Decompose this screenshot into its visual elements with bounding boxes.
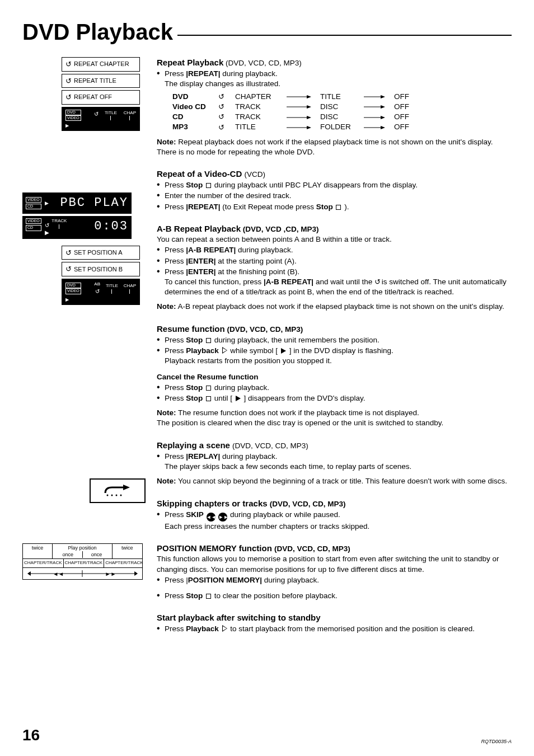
repeat-title-label: REPEAT TITLE bbox=[74, 77, 116, 85]
bullet: Press Stop to clear the position before … bbox=[165, 591, 512, 601]
set-pos-a-label: SET POSITION A bbox=[74, 248, 123, 257]
section-position-memory: POSITION MEMORY function (DVD, VCD, CD, … bbox=[157, 543, 512, 601]
page-number: 16 bbox=[22, 725, 40, 746]
repeat-icon: ↺ bbox=[218, 92, 235, 102]
repeat-icon: ↺ bbox=[65, 59, 71, 69]
repeat-icon: ↺ bbox=[94, 110, 98, 121]
bullet: Press SKIP ◄◄ ►► during playback or whil… bbox=[165, 510, 512, 532]
play-icon bbox=[222, 347, 227, 354]
repeat-off-box: ↺REPEAT OFF bbox=[62, 90, 140, 105]
repeat-icon: ↺ bbox=[65, 92, 71, 102]
replay-arrow-icon bbox=[101, 483, 134, 499]
ab-label: AB bbox=[94, 281, 100, 288]
pbc-display-group: VIDEOCD ▶ PBC PLAY VIDEOCD ↺▶ TRACK 0:03 bbox=[22, 192, 146, 239]
repeat-note: Note: Repeat playback does not work if t… bbox=[157, 137, 512, 157]
set-pos-b-label: SET POSITION B bbox=[74, 265, 123, 274]
footer-code: RQTD0035-A bbox=[481, 738, 512, 745]
nav-chaptrack-1: CHAPTER/TRACK bbox=[23, 559, 64, 567]
section-replay: Replaying a scene (DVD, VCD, CD, MP3) Pr… bbox=[157, 440, 512, 487]
nav-chaptrack-3: CHAPTER/TRACK bbox=[104, 559, 144, 567]
bullet: Press |POSITION MEMORY| during playback. bbox=[165, 575, 512, 585]
repeat-icon: ↺ bbox=[218, 112, 235, 122]
heading-repeat: Repeat Playback bbox=[157, 58, 223, 67]
heading-ab: A-B Repeat Playback bbox=[157, 224, 241, 233]
play-icon bbox=[222, 625, 227, 632]
heading-standby: Start playback after switching to standb… bbox=[157, 613, 321, 622]
repeat-chapter-box: ↺REPEAT CHAPTER bbox=[62, 57, 140, 72]
repeat-chapter-label: REPEAT CHAPTER bbox=[74, 60, 129, 68]
heading-repeat-sub: (DVD, VCD, CD, MP3) bbox=[226, 59, 302, 67]
svg-point-2 bbox=[116, 495, 118, 496]
chap-label: CHAP bbox=[124, 110, 136, 116]
skip-nav-diagram: twice Play position onceonce twice CHAPT… bbox=[22, 543, 146, 580]
ab-intro: You can repeat a section between points … bbox=[157, 234, 512, 245]
repeat-icon: ↺ bbox=[65, 76, 71, 86]
bullet: Press |ENTER| at the starting point (A). bbox=[165, 256, 512, 266]
bullet: Press |REPLAY| during playback.The playe… bbox=[165, 452, 512, 472]
section-resume: Resume function (DVD, VCD, CD, MP3) Pres… bbox=[157, 323, 512, 429]
rp-row: CD ↺ TRACK DISC OFF bbox=[172, 112, 512, 122]
skip-back-icon: ◄◄ bbox=[207, 513, 216, 522]
repeat-off-label: REPEAT OFF bbox=[74, 93, 112, 101]
resume-note: Note: The resume function does not work … bbox=[157, 408, 512, 428]
bullet: Press Playback to start playback from th… bbox=[165, 624, 512, 634]
bullet: Press |REPEAT| (to Exit Repeat mode pres… bbox=[165, 202, 512, 212]
stop-icon bbox=[206, 338, 211, 343]
repeat-display-group: ↺REPEAT CHAPTER ↺REPEAT TITLE ↺REPEAT OF… bbox=[56, 57, 146, 131]
pbc-time-display: VIDEOCD ↺▶ TRACK 0:03 bbox=[22, 216, 132, 239]
left-column: ↺REPEAT CHAPTER ↺REPEAT TITLE ↺REPEAT OF… bbox=[22, 57, 146, 646]
replay-icon-box bbox=[90, 478, 146, 503]
pbc-play-display: VIDEOCD ▶ PBC PLAY bbox=[22, 192, 132, 214]
position-dark-box: DVDVIDEO AB↺ TITLE CHAP ▶ bbox=[62, 279, 140, 305]
bullet: Press |A-B REPEAT| during playback. bbox=[165, 245, 512, 255]
section-repeat-vcd: Repeat of a Video-CD (VCD) Press Stop du… bbox=[157, 168, 512, 212]
dvd-tag: DVD bbox=[65, 110, 81, 115]
rp-row: DVD ↺ CHAPTER TITLE OFF bbox=[172, 92, 512, 102]
track-label: TRACK bbox=[51, 218, 67, 224]
page-title: DVD Playback bbox=[22, 17, 512, 47]
bullet: Press Stop during playback. bbox=[165, 383, 512, 393]
repeat-title-box: ↺REPEAT TITLE bbox=[62, 74, 140, 88]
rp-row: Video CD ↺ TRACK DISC OFF bbox=[172, 102, 512, 112]
svg-text:◄◄: ◄◄ bbox=[53, 571, 64, 577]
rp-row: MP3 ↺ TITLE FOLDER OFF bbox=[172, 122, 512, 132]
svg-point-3 bbox=[120, 495, 122, 496]
video-tag: VIDEO bbox=[65, 115, 81, 121]
set-pos-b-box: ↺SET POSITION B bbox=[62, 262, 140, 276]
nav-twice-left: twice bbox=[23, 544, 53, 558]
bullet: Press Playback while symbol [ ] in the D… bbox=[165, 346, 512, 366]
bullet: Press Stop during playback until PBC PLA… bbox=[165, 180, 512, 190]
ab-note: Note: A-B repeat playback does not work … bbox=[157, 302, 512, 312]
repeat-icon: ↺ bbox=[65, 264, 71, 274]
pbc-time-text: 0:03 bbox=[67, 218, 128, 235]
play-icon bbox=[236, 396, 241, 401]
section-ab-repeat: A-B Repeat Playback (DVD, VCD ,CD, MP3) … bbox=[157, 223, 512, 312]
bullet: Press |ENTER| at the finishing point (B)… bbox=[165, 267, 512, 298]
cancel-resume-title: Cancel the Resume function bbox=[157, 373, 259, 381]
repeat-icon: ↺ bbox=[374, 277, 380, 287]
nav-play-position: Play position bbox=[54, 544, 111, 551]
section-skip: Skipping chapters or tracks (DVD, VCD, C… bbox=[157, 498, 512, 532]
replay-note: Note: You cannot skip beyond the beginni… bbox=[157, 476, 512, 486]
posmem-intro: This function allows you to memorise a p… bbox=[157, 554, 512, 574]
title-label: TITLE bbox=[106, 283, 118, 289]
play-icon bbox=[281, 348, 286, 354]
repeat-media-table: DVD ↺ CHAPTER TITLE OFF Video CD ↺ TRACK bbox=[172, 92, 512, 133]
chap-label: CHAP bbox=[124, 283, 136, 289]
nav-twice-right: twice bbox=[113, 544, 142, 558]
title-label: TITLE bbox=[105, 110, 117, 116]
pbc-text: PBC PLAY bbox=[49, 195, 128, 212]
repeat-icon: ↺ bbox=[65, 248, 71, 258]
stop-icon bbox=[206, 594, 211, 599]
repeat-icon: ↺ bbox=[218, 123, 235, 133]
title-rule bbox=[177, 35, 512, 36]
nav-once-right: once bbox=[83, 551, 111, 558]
svg-point-1 bbox=[111, 495, 113, 496]
heading-skip: Skipping chapters or tracks bbox=[157, 499, 270, 508]
bullet: Press |REPEAT| during playback. The disp… bbox=[165, 69, 512, 132]
stop-icon bbox=[206, 386, 211, 391]
section-standby: Start playback after switching to standb… bbox=[157, 612, 512, 634]
skip-fwd-icon: ►► bbox=[218, 513, 227, 522]
bullet: Press Stop until [ ] disappears from the… bbox=[165, 393, 512, 403]
heading-resume: Resume function bbox=[157, 324, 225, 334]
